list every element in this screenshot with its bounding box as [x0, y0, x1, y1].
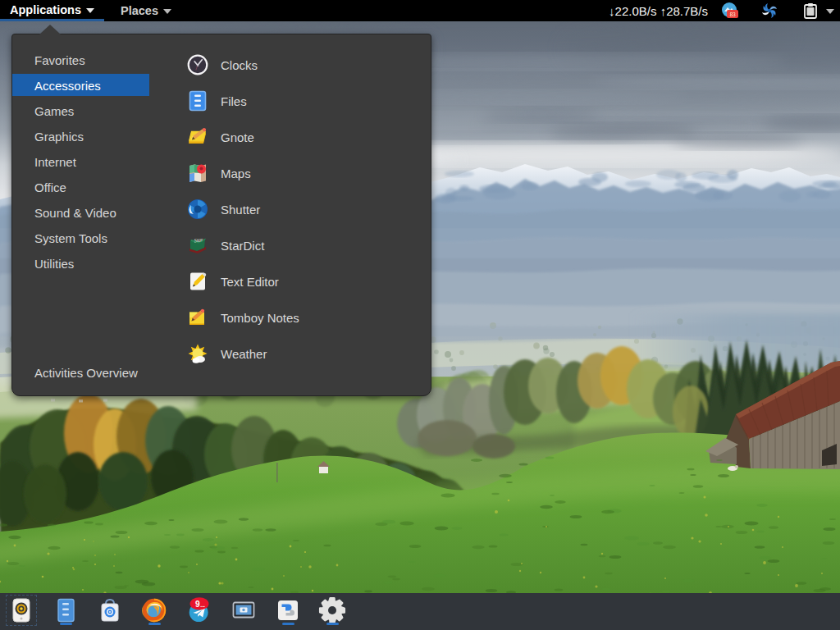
svg-text:83: 83	[730, 11, 737, 17]
svg-text:9: 9	[195, 600, 200, 609]
svg-text:...: ...	[200, 602, 205, 608]
